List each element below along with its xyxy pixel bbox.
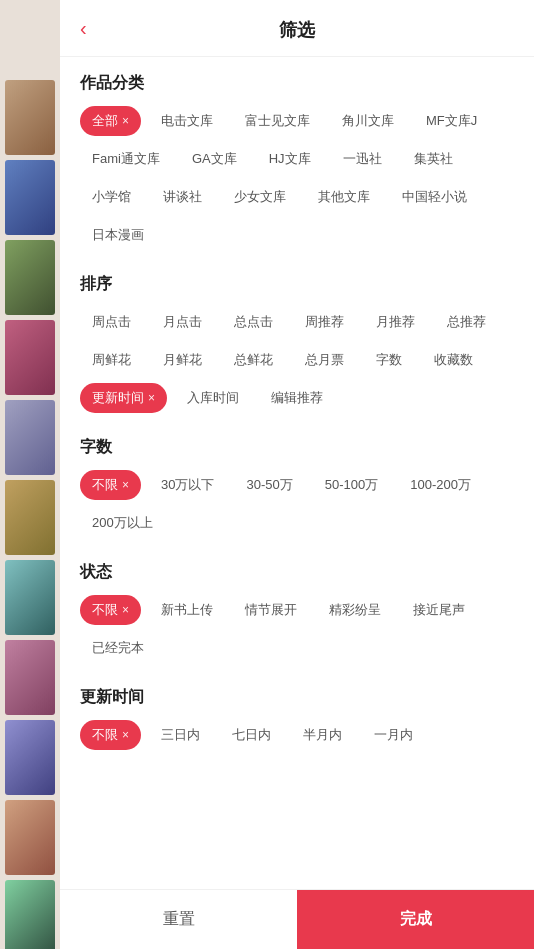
tag-sort-7[interactable]: 月鲜花 — [151, 345, 214, 375]
tag-close-icon: × — [122, 728, 129, 742]
tag-close-icon: × — [122, 603, 129, 617]
tag-category-7[interactable]: HJ文库 — [257, 144, 323, 174]
tag-group-category: 全部 ×电击文库富士见文库角川文库MF文库JFami通文库GA文库HJ文库一迅社… — [80, 106, 514, 250]
cover-10 — [5, 800, 55, 875]
tag-category-10[interactable]: 小学馆 — [80, 182, 143, 212]
section-sort: 排序周点击月点击总点击周推荐月推荐总推荐周鲜花月鲜花总鲜花总月票字数收藏数更新时… — [80, 274, 514, 413]
confirm-button[interactable]: 完成 — [297, 890, 534, 949]
book-covers-bg — [0, 0, 60, 949]
tag-sort-9[interactable]: 总月票 — [293, 345, 356, 375]
tag-category-3[interactable]: 角川文库 — [330, 106, 406, 136]
background-panel — [0, 0, 65, 949]
tag-update_time-4[interactable]: 一月内 — [362, 720, 425, 750]
cover-3 — [5, 240, 55, 315]
tag-sort-3[interactable]: 周推荐 — [293, 307, 356, 337]
tag-wordcount-1[interactable]: 30万以下 — [149, 470, 226, 500]
section-title-wordcount: 字数 — [80, 437, 514, 458]
tag-status-2[interactable]: 情节展开 — [233, 595, 309, 625]
tag-sort-4[interactable]: 月推荐 — [364, 307, 427, 337]
section-update_time: 更新时间不限 ×三日内七日内半月内一月内 — [80, 687, 514, 750]
footer-actions: 重置 完成 — [60, 889, 534, 949]
filter-modal: ‹ 筛选 作品分类全部 ×电击文库富士见文库角川文库MF文库JFami通文库GA… — [60, 0, 534, 949]
tag-sort-2[interactable]: 总点击 — [222, 307, 285, 337]
filter-content: 作品分类全部 ×电击文库富士见文库角川文库MF文库JFami通文库GA文库HJ文… — [60, 57, 534, 889]
tag-wordcount-5[interactable]: 200万以上 — [80, 508, 165, 538]
section-title-update_time: 更新时间 — [80, 687, 514, 708]
tag-category-12[interactable]: 少女文库 — [222, 182, 298, 212]
tag-sort-6[interactable]: 周鲜花 — [80, 345, 143, 375]
cover-4 — [5, 320, 55, 395]
tag-category-6[interactable]: GA文库 — [180, 144, 249, 174]
cover-11 — [5, 880, 55, 949]
cover-2 — [5, 160, 55, 235]
back-button[interactable]: ‹ — [76, 13, 91, 44]
tag-category-15[interactable]: 日本漫画 — [80, 220, 156, 250]
tag-category-5[interactable]: Fami通文库 — [80, 144, 172, 174]
tag-category-1[interactable]: 电击文库 — [149, 106, 225, 136]
cover-9 — [5, 720, 55, 795]
modal-title: 筛选 — [279, 18, 315, 42]
section-title-status: 状态 — [80, 562, 514, 583]
tag-category-0[interactable]: 全部 × — [80, 106, 141, 136]
cover-8 — [5, 640, 55, 715]
tag-group-status: 不限 ×新书上传情节展开精彩纷呈接近尾声已经完本 — [80, 595, 514, 663]
tag-category-9[interactable]: 集英社 — [402, 144, 465, 174]
cover-7 — [5, 560, 55, 635]
tag-category-2[interactable]: 富士见文库 — [233, 106, 322, 136]
tag-update_time-0[interactable]: 不限 × — [80, 720, 141, 750]
section-category: 作品分类全部 ×电击文库富士见文库角川文库MF文库JFami通文库GA文库HJ文… — [80, 73, 514, 250]
section-title-sort: 排序 — [80, 274, 514, 295]
tag-sort-10[interactable]: 字数 — [364, 345, 414, 375]
tag-sort-12[interactable]: 更新时间 × — [80, 383, 167, 413]
tag-group-sort: 周点击月点击总点击周推荐月推荐总推荐周鲜花月鲜花总鲜花总月票字数收藏数更新时间 … — [80, 307, 514, 413]
cover-1 — [5, 80, 55, 155]
tag-close-icon: × — [122, 114, 129, 128]
tag-group-wordcount: 不限 ×30万以下30-50万50-100万100-200万200万以上 — [80, 470, 514, 538]
tag-category-13[interactable]: 其他文库 — [306, 182, 382, 212]
tag-category-8[interactable]: 一迅社 — [331, 144, 394, 174]
tag-update_time-2[interactable]: 七日内 — [220, 720, 283, 750]
tag-wordcount-0[interactable]: 不限 × — [80, 470, 141, 500]
tag-category-11[interactable]: 讲谈社 — [151, 182, 214, 212]
tag-wordcount-2[interactable]: 30-50万 — [234, 470, 304, 500]
tag-category-14[interactable]: 中国轻小说 — [390, 182, 479, 212]
tag-wordcount-3[interactable]: 50-100万 — [313, 470, 390, 500]
tag-status-5[interactable]: 已经完本 — [80, 633, 156, 663]
tag-status-4[interactable]: 接近尾声 — [401, 595, 477, 625]
tag-group-update_time: 不限 ×三日内七日内半月内一月内 — [80, 720, 514, 750]
tag-close-icon: × — [122, 478, 129, 492]
cover-5 — [5, 400, 55, 475]
reset-button[interactable]: 重置 — [60, 890, 297, 949]
tag-sort-1[interactable]: 月点击 — [151, 307, 214, 337]
tag-status-1[interactable]: 新书上传 — [149, 595, 225, 625]
tag-category-4[interactable]: MF文库J — [414, 106, 489, 136]
tag-sort-8[interactable]: 总鲜花 — [222, 345, 285, 375]
tag-sort-5[interactable]: 总推荐 — [435, 307, 498, 337]
cover-6 — [5, 480, 55, 555]
tag-update_time-3[interactable]: 半月内 — [291, 720, 354, 750]
section-wordcount: 字数不限 ×30万以下30-50万50-100万100-200万200万以上 — [80, 437, 514, 538]
tag-sort-14[interactable]: 编辑推荐 — [259, 383, 335, 413]
tag-update_time-1[interactable]: 三日内 — [149, 720, 212, 750]
tag-close-icon: × — [148, 391, 155, 405]
section-title-category: 作品分类 — [80, 73, 514, 94]
tag-wordcount-4[interactable]: 100-200万 — [398, 470, 483, 500]
modal-header: ‹ 筛选 — [60, 0, 534, 57]
tag-sort-0[interactable]: 周点击 — [80, 307, 143, 337]
tag-sort-13[interactable]: 入库时间 — [175, 383, 251, 413]
section-status: 状态不限 ×新书上传情节展开精彩纷呈接近尾声已经完本 — [80, 562, 514, 663]
tag-sort-11[interactable]: 收藏数 — [422, 345, 485, 375]
tag-status-3[interactable]: 精彩纷呈 — [317, 595, 393, 625]
tag-status-0[interactable]: 不限 × — [80, 595, 141, 625]
